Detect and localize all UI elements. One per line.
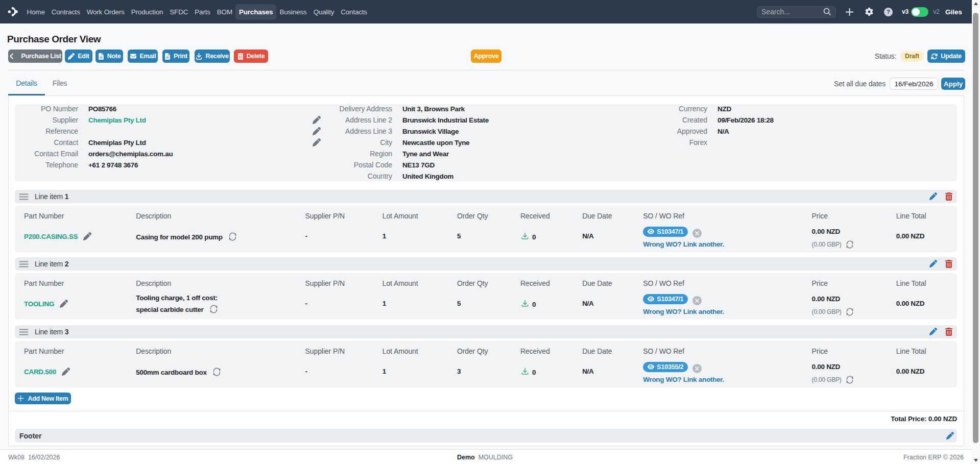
svg-text:?: ?	[887, 9, 890, 15]
